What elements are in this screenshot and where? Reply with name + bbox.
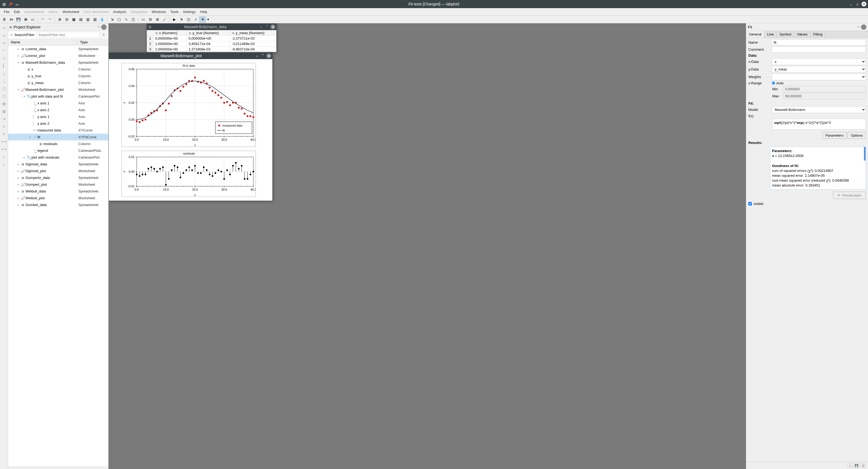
tree-item[interactable]: ▾📈Maxwell-Boltzmann_plotWorksheet <box>8 86 108 93</box>
tree-item[interactable]: ▸📈Lorentz_plotWorksheet <box>8 52 108 59</box>
bottom-icon-1[interactable]: ▭ <box>847 463 853 468</box>
tree-item[interactable]: ≣y_trueColumn <box>8 73 108 79</box>
export-icon[interactable]: ⇲ <box>109 16 115 23</box>
cursor-mode-icon[interactable]: ✣ <box>199 16 206 23</box>
sidebar-tool-15[interactable]: ⤢ <box>1 131 7 137</box>
tree-item[interactable]: ▸📉plot with residualsCartesianPlot <box>8 154 108 161</box>
sidebar-tool-12[interactable]: ▥ <box>1 108 7 114</box>
undo-icon[interactable]: ↶ <box>39 16 46 23</box>
tree-item[interactable]: ⎿x axis 2Axis <box>8 106 108 113</box>
project-tree[interactable]: ▸⊞Lorentz_dataSpreadsheet▸📈Lorentz_plotW… <box>8 45 108 466</box>
menu-edit[interactable]: Edit <box>12 9 22 15</box>
menu-settings[interactable]: Settings <box>181 9 198 15</box>
sw-close-icon[interactable]: ✕ <box>267 54 271 58</box>
zoom-icon[interactable]: ⤡ <box>123 16 129 23</box>
sidebar-tool-18[interactable]: ↕ <box>1 154 7 160</box>
tree-item[interactable]: ▸⊞Lorentz_dataSpreadsheet <box>8 45 108 52</box>
zoom-select-icon[interactable]: ⤢ <box>192 16 199 23</box>
sidebar-tool-17[interactable]: ⟷ <box>1 146 7 153</box>
tree-item[interactable]: ⎸y axis 2Axis <box>8 120 108 127</box>
expander-icon[interactable]: ▸ <box>16 163 20 166</box>
weights-select[interactable] <box>772 73 866 80</box>
tree-item[interactable]: ⎿legendCartesianPlotL <box>8 147 108 154</box>
expander-icon[interactable]: ▸ <box>16 197 20 200</box>
sidebar-tool-10[interactable]: ▢ <box>1 93 7 99</box>
tree-item[interactable]: ⎸y axis 1Axis <box>8 113 108 120</box>
menu-analysis[interactable]: Analysis <box>111 9 128 15</box>
sidebar-tool-2[interactable]: ▭ <box>1 32 7 38</box>
sidebar-tool-14[interactable]: ⤡ <box>1 123 7 130</box>
comment-field[interactable] <box>772 46 866 53</box>
sidebar-tool-3[interactable]: ▭ <box>1 40 7 46</box>
search-menu-icon[interactable]: ☰ <box>101 32 106 38</box>
add-worksheet-icon[interactable]: ▥ <box>85 16 91 23</box>
select-rect-icon[interactable]: ◫ <box>185 16 192 23</box>
xdata-select[interactable]: x <box>772 58 866 65</box>
expander-icon[interactable]: ▾ <box>22 95 26 98</box>
options-button[interactable]: Options <box>848 132 866 139</box>
add-spreadsheet-icon[interactable]: ▦ <box>70 16 77 23</box>
tree-item[interactable]: ▸📈Gompert_plotWorksheet <box>8 181 108 188</box>
new-icon[interactable]: 🗎 <box>1 16 8 23</box>
tree-item[interactable]: ⎿x axis 1Axis <box>8 100 108 106</box>
tree-item[interactable]: ▾⊞Maxwell-Boltzmann_dataSpreadsheet <box>8 59 108 66</box>
name-field[interactable] <box>772 39 866 45</box>
bottom-icon-3[interactable]: ▧ <box>860 463 866 468</box>
auto-radio[interactable] <box>772 81 775 85</box>
close-icon[interactable]: ✕ <box>862 2 866 6</box>
tree-item[interactable]: ▸📈Sigmoid_plotWorksheet <box>8 168 108 174</box>
menu-tools[interactable]: Tools <box>168 9 181 15</box>
menu-windows[interactable]: Windows <box>150 9 168 15</box>
sw-maximize-icon[interactable]: ⌃ <box>260 54 265 58</box>
expander-icon[interactable]: ▸ <box>16 190 20 193</box>
add-note-icon[interactable]: ▨ <box>92 16 98 23</box>
print-icon[interactable]: 🖶 <box>22 16 29 23</box>
tree-item[interactable]: ≣residualsColumn <box>8 140 108 147</box>
parameters-button[interactable]: Parameters <box>823 132 846 139</box>
open-icon[interactable]: 🗁 <box>8 16 14 23</box>
expander-icon[interactable]: ▾ <box>16 61 20 64</box>
pointer-icon[interactable]: ▶ <box>171 16 178 23</box>
results-scrollbar[interactable] <box>864 147 866 161</box>
expander-icon[interactable]: ▸ <box>16 47 20 51</box>
dropdown-icon[interactable]: ▾ <box>207 16 210 23</box>
tree-item[interactable]: ▸⊞Gompertz_dataSpreadsheet <box>8 174 108 181</box>
tree-item[interactable]: ▾📉plot with data and fitCartesianPlot <box>8 93 108 100</box>
redo-icon[interactable]: ↷ <box>46 16 53 23</box>
tree-item[interactable]: 〰measured dataXYCurve <box>8 127 108 134</box>
tree-item[interactable]: ≣y_measColumn <box>8 79 108 86</box>
minimize-icon[interactable]: ⌄ <box>848 2 854 6</box>
sidebar-tool-16[interactable]: ⟷ <box>1 138 7 145</box>
view-split-grid-icon[interactable]: ⊞ <box>154 16 161 23</box>
sw-minimize-icon[interactable]: ⌄ <box>254 54 259 58</box>
col-name-header[interactable]: Name <box>8 39 77 45</box>
crop-icon[interactable]: ◫ <box>130 16 136 23</box>
expander-icon[interactable]: ▸ <box>28 136 32 138</box>
sidebar-tool-13[interactable]: ⇥ <box>1 115 7 122</box>
print-preview-icon[interactable]: ▭ <box>29 16 36 23</box>
recalculate-button[interactable]: ⟳Recalculate <box>833 192 866 199</box>
ydata-select[interactable]: y_meas <box>772 66 866 73</box>
spreadsheet-window[interactable]: ⊞ Maxwell-Boltzmann_data ⌄ ⌃ ✕ ≣ x {Nume… <box>147 23 277 52</box>
sidebar-tool-7[interactable]: ⎿ <box>1 70 7 76</box>
tree-item[interactable]: ▸📈Weibull_plotWorksheet <box>8 195 108 201</box>
tree-item[interactable]: ▸⊞Sigmoid_dataSpreadsheet <box>8 161 108 168</box>
sidebar-tool-4[interactable]: 〰 <box>1 47 7 54</box>
expander-icon[interactable]: ▸ <box>22 156 26 159</box>
tab-line[interactable]: Line <box>764 31 777 38</box>
menu-worksheet[interactable]: Worksheet <box>60 9 82 15</box>
tree-item[interactable]: ▸⁘fitXYFitCurve <box>8 134 108 140</box>
tab-filling[interactable]: Filling <box>810 31 826 38</box>
sidebar-tool-8[interactable]: ⎿ <box>1 77 7 84</box>
expander-icon[interactable]: ▸ <box>16 176 20 179</box>
add-workbook-icon[interactable]: ⊟ <box>63 16 70 23</box>
tab-values[interactable]: Values <box>794 31 810 38</box>
sidebar-tool-1[interactable]: ▭ <box>1 24 7 31</box>
expander-icon[interactable]: ▸ <box>16 203 20 206</box>
col-type-header[interactable]: Type <box>77 39 108 45</box>
sw-minimize-icon[interactable]: ⌄ <box>258 24 264 29</box>
sw-close-icon[interactable]: ✕ <box>271 24 275 29</box>
sidebar-tool-19[interactable]: ↕ <box>1 161 7 168</box>
expander-icon[interactable]: ▸ <box>16 169 20 172</box>
sw-maximize-icon[interactable]: ⌃ <box>265 24 269 29</box>
